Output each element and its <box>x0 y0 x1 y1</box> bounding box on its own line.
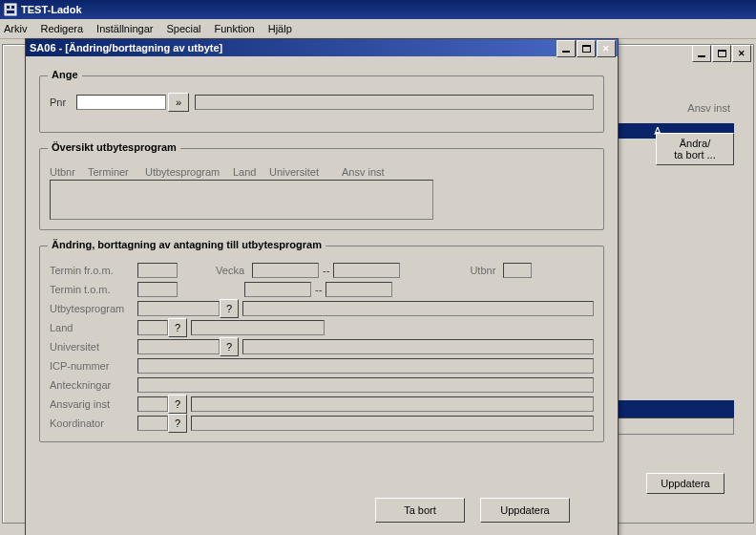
row-ansvarig: Ansvarig inst ? <box>50 396 594 413</box>
field-univ-name <box>242 339 594 354</box>
row-anteck: Anteckningar <box>50 376 594 394</box>
field-vecka-tom-start[interactable] <box>244 282 311 297</box>
field-program-code[interactable] <box>137 301 220 316</box>
sep-vecka-1: -- <box>323 265 329 276</box>
lbl-termin-tom: Termin t.o.m. <box>50 284 137 295</box>
group-andring-title: Ändring, borttagning av antagning till u… <box>48 239 326 250</box>
dialog-body: Ange Pnr » Översikt utbytesprogram Utbnr… <box>26 56 618 467</box>
bg-maximize-button[interactable] <box>712 45 731 62</box>
field-vecka-from-end[interactable] <box>333 263 400 278</box>
bg-window-controls <box>691 45 751 62</box>
menu-hjalp[interactable]: Hjälp <box>268 23 292 34</box>
dialog-minimize-button[interactable] <box>556 40 576 57</box>
ov-hdr-univ: Universitet <box>269 166 336 178</box>
dialog-maximize-button[interactable] <box>577 40 596 57</box>
ov-hdr-program: Utbytesprogram <box>145 166 227 178</box>
lbl-ansvarig: Ansvarig inst <box>50 398 137 410</box>
dialog-button-bar: Ta bort Uppdatera <box>375 498 570 523</box>
lbl-icp: ICP-nummer <box>50 360 137 372</box>
field-utbnr[interactable] <box>503 263 532 278</box>
row-icp: ICP-nummer <box>50 357 594 374</box>
ta-bort-button[interactable]: Ta bort <box>375 498 465 523</box>
group-andring: Ändring, borttagning av antagning till u… <box>39 246 604 442</box>
field-termin-from[interactable] <box>137 263 178 278</box>
menu-redigera[interactable]: Redigera <box>40 23 83 34</box>
menu-funktion[interactable]: Funktion <box>215 23 255 34</box>
field-land-name <box>191 320 325 335</box>
row-koord: Koordinator ? <box>50 415 594 432</box>
main-window: TEST-Ladok Arkiv Redigera Inställningar … <box>0 0 756 535</box>
field-vecka-from-start[interactable] <box>252 263 319 278</box>
lbl-program: Utbytesprogram <box>50 303 137 314</box>
ov-hdr-land: Land <box>233 166 263 178</box>
lbl-vecka: Vecka <box>178 265 252 276</box>
group-oversikt-title: Översikt utbytesprogram <box>48 141 180 153</box>
field-koord-name <box>191 416 594 431</box>
group-ange: Ange Pnr » <box>39 75 604 133</box>
field-ansvarig-name <box>191 396 594 412</box>
app-icon <box>4 3 17 16</box>
row-land: Land ? <box>50 319 594 336</box>
bg-uppdatera-button[interactable]: Uppdatera <box>646 473 724 494</box>
field-univ-code[interactable] <box>137 339 220 354</box>
pnr-lookup-button[interactable]: » <box>168 93 189 112</box>
app-title: TEST-Ladok <box>21 4 82 15</box>
field-anteck[interactable] <box>137 377 594 393</box>
lbl-land: Land <box>50 322 137 333</box>
field-koord-code[interactable] <box>137 416 168 431</box>
dialog-titlebar[interactable]: SA06 - [Ändring/borttagning av utbyte] <box>26 39 618 56</box>
row-univ: Universitet ? <box>50 338 594 355</box>
field-icp[interactable] <box>137 358 594 374</box>
field-land-code[interactable] <box>137 320 168 335</box>
lbl-anteck: Anteckningar <box>50 379 137 391</box>
lbl-koord: Koordinator <box>50 417 137 429</box>
land-lookup-button[interactable]: ? <box>168 318 187 337</box>
uppdatera-button[interactable]: Uppdatera <box>480 498 570 523</box>
lbl-termin-from: Termin fr.o.m. <box>50 265 137 276</box>
pnr-row: Pnr » <box>50 93 594 112</box>
koord-lookup-button[interactable]: ? <box>168 414 187 433</box>
ansvarig-lookup-button[interactable]: ? <box>168 395 187 414</box>
row-program: Utbytesprogram ? <box>50 300 594 317</box>
svg-rect-2 <box>11 6 14 9</box>
bg-header-ansv: Ansv inst <box>687 102 730 114</box>
main-titlebar: TEST-Ladok <box>0 0 756 19</box>
dialog-title-text: SA06 - [Ändring/borttagning av utbyte] <box>30 42 222 54</box>
bg-andra-button[interactable]: Ändra/ ta bort ... <box>656 133 734 165</box>
field-ansvarig-code[interactable] <box>137 396 168 412</box>
pnr-input[interactable] <box>76 95 166 110</box>
ov-hdr-terminer: Terminer <box>88 166 139 178</box>
overview-headers: Utbnr Terminer Utbytesprogram Land Unive… <box>50 166 594 178</box>
ov-hdr-ansv: Ansv inst <box>342 166 385 178</box>
client-area: et Ansv inst A Ändra/ ta bort ... Uppdat… <box>0 38 756 535</box>
overview-list[interactable] <box>50 180 433 220</box>
menu-bar: Arkiv Redigera Inställningar Special Fun… <box>0 19 756 39</box>
menu-special[interactable]: Special <box>166 23 200 34</box>
field-termin-tom[interactable] <box>137 282 178 297</box>
lbl-utbnr: Utbnr <box>400 265 503 276</box>
sep-vecka-2: -- <box>315 284 322 295</box>
pnr-display-field <box>195 95 594 110</box>
field-vecka-tom-end[interactable] <box>326 282 392 297</box>
svg-rect-3 <box>7 11 14 13</box>
menu-installningar[interactable]: Inställningar <box>96 23 153 34</box>
svg-rect-0 <box>5 4 16 15</box>
menu-arkiv[interactable]: Arkiv <box>4 23 27 34</box>
bg-minimize-button[interactable] <box>692 45 711 62</box>
ov-hdr-utbnr: Utbnr <box>50 166 82 178</box>
lbl-univ: Universitet <box>50 341 137 353</box>
svg-rect-1 <box>7 6 10 9</box>
bg-close-button[interactable] <box>732 45 751 62</box>
program-lookup-button[interactable]: ? <box>220 299 239 318</box>
group-ange-title: Ange <box>48 69 82 80</box>
dialog-close-button[interactable] <box>597 40 616 57</box>
univ-lookup-button[interactable]: ? <box>220 337 239 356</box>
row-termin-from: Termin fr.o.m. Vecka -- Utbnr <box>50 262 594 279</box>
dialog-window-controls <box>556 40 616 57</box>
dialog-sa06: SA06 - [Ändring/borttagning av utbyte] A… <box>25 38 619 535</box>
group-oversikt: Översikt utbytesprogram Utbnr Terminer U… <box>39 148 604 230</box>
field-program-name <box>242 301 594 316</box>
pnr-label: Pnr <box>50 96 76 108</box>
row-termin-tom: Termin t.o.m. -- <box>50 281 594 298</box>
